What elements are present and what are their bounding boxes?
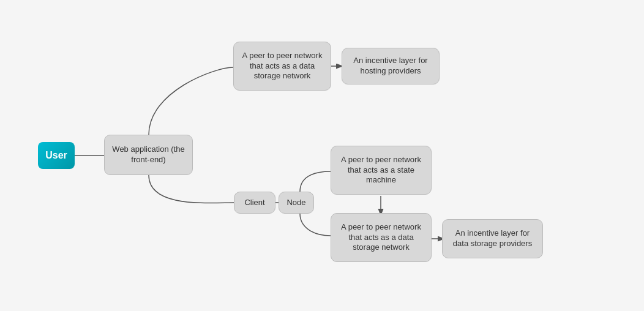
p2p-state-node: A peer to peer network that acts as a st… bbox=[331, 146, 432, 195]
diagram-container: User Web application (the front-end) A p… bbox=[0, 0, 644, 311]
p2p-storage-bottom-node: A peer to peer network that acts as a da… bbox=[331, 213, 432, 262]
p2p-storage-top-node: A peer to peer network that acts as a da… bbox=[233, 42, 331, 91]
node-node: Node bbox=[279, 192, 314, 214]
webapp-node: Web application (the front-end) bbox=[104, 135, 193, 175]
client-node: Client bbox=[234, 192, 275, 214]
incentive-hosting-node: An incentive layer for hosting providers bbox=[342, 48, 440, 84]
incentive-storage-node: An incentive layer for data storage prov… bbox=[442, 219, 543, 258]
user-node: User bbox=[38, 142, 75, 169]
